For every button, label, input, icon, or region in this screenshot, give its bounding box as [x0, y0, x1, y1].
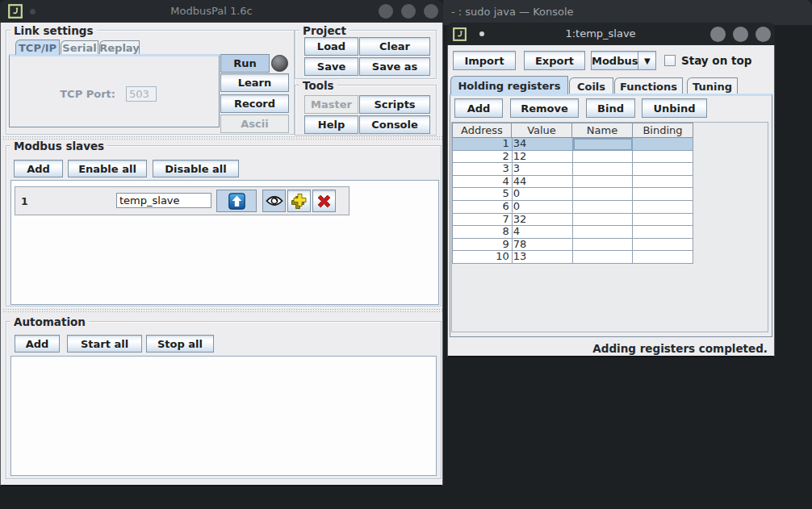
tools-title: Tools	[299, 79, 337, 92]
add-plus-icon	[291, 192, 308, 210]
table-row[interactable]: 1 34	[452, 138, 693, 151]
modbuspal-window: ModbusPal 1.6c Link settings TCP/IP Seri…	[0, 0, 443, 486]
register-bind-button[interactable]: Bind	[586, 98, 635, 118]
split-divider-bottom[interactable]	[2, 308, 442, 314]
temp-slave-window: 1:temp_slave Import Export Modbus ▼ Stay…	[447, 23, 775, 357]
focused-cell[interactable]	[573, 138, 634, 151]
register-remove-button[interactable]: Remove	[510, 98, 579, 118]
table-row[interactable]: 4 44	[452, 176, 693, 189]
tab-tuning[interactable]: Tuning	[687, 77, 738, 94]
tab-tcpip[interactable]: TCP/IP	[15, 40, 60, 55]
tab-coils[interactable]: Coils	[569, 77, 613, 94]
eye-icon	[266, 195, 283, 207]
stay-on-top-label: Stay on top	[681, 54, 751, 67]
stop-all-button[interactable]: Stop all	[146, 335, 214, 353]
table-row[interactable]: 7 32	[452, 214, 693, 227]
maximize-button[interactable]	[401, 4, 416, 19]
tab-replay[interactable]: Replay	[99, 40, 140, 55]
scripts-button[interactable]: Scripts	[359, 95, 430, 114]
maximize-button[interactable]	[733, 27, 748, 42]
temp-slave-window-body: Import Export Modbus ▼ Stay on top Holdi…	[447, 45, 775, 357]
clear-button[interactable]: Clear	[359, 37, 430, 56]
table-row[interactable]: 2 12	[452, 151, 693, 164]
run-button[interactable]: Run	[220, 54, 270, 73]
chevron-down-icon: ▼	[644, 56, 651, 65]
automation-add-button[interactable]: Add	[15, 335, 60, 353]
automation-list-panel	[10, 356, 437, 476]
slave-add-register-button[interactable]	[287, 190, 311, 212]
combo-arrow-button[interactable]: ▼	[638, 52, 655, 69]
minimize-button[interactable]	[710, 27, 726, 42]
enabled-arrow-icon	[228, 193, 245, 210]
modbuspal-titlebar[interactable]: ModbusPal 1.6c	[0, 0, 443, 23]
tab-functions[interactable]: Functions	[614, 77, 683, 94]
console-button[interactable]: Console	[359, 115, 430, 134]
registers-scrollpane: Address Value Name Binding 1 34 2 12	[451, 122, 768, 332]
konsole-titlebar: - : sudo java — Konsole	[443, 0, 812, 25]
master-button[interactable]: Master	[304, 95, 358, 114]
table-row[interactable]: 8 4	[452, 226, 693, 239]
status-message: Adding registers completed.	[448, 342, 768, 355]
save-button[interactable]: Save	[304, 57, 358, 76]
column-header-binding[interactable]: Binding	[633, 123, 693, 138]
register-unbind-button[interactable]: Unbind	[642, 98, 707, 118]
register-add-button[interactable]: Add	[454, 98, 503, 118]
minimize-button[interactable]	[379, 4, 393, 19]
tab-holding-registers[interactable]: Holding registers	[450, 76, 568, 94]
run-led-indicator	[271, 55, 288, 72]
stay-on-top-checkbox[interactable]	[664, 55, 676, 66]
close-button[interactable]	[424, 4, 438, 19]
table-row[interactable]: 10 13	[452, 251, 693, 264]
modbuspal-window-body: Link settings TCP/IP Serial Replay TCP P…	[0, 23, 443, 486]
column-header-address[interactable]: Address	[452, 123, 512, 138]
slaves-list-panel: 1 temp_slave	[10, 180, 439, 305]
registers-table[interactable]: Address Value Name Binding 1 34 2 12	[452, 123, 693, 264]
slaves-add-button[interactable]: Add	[14, 160, 63, 177]
slave-visible-toggle[interactable]	[262, 190, 286, 212]
record-button[interactable]: Record	[220, 94, 289, 113]
slave-name-field[interactable]: temp_slave	[116, 193, 211, 208]
konsole-title: - : sudo java — Konsole	[451, 0, 574, 24]
disable-all-button[interactable]: Disable all	[153, 160, 239, 177]
help-button[interactable]: Help	[304, 115, 358, 134]
export-button[interactable]: Export	[524, 51, 585, 70]
table-row[interactable]: 5 0	[452, 188, 693, 201]
modbus-combo-value: Modbus	[592, 55, 638, 67]
table-row[interactable]: 3 3	[452, 163, 693, 176]
slave-enable-toggle[interactable]	[216, 190, 257, 212]
column-header-value[interactable]: Value	[512, 123, 572, 138]
tcp-port-field[interactable]: 503	[126, 86, 157, 102]
temp-slave-window-title: 1:temp_slave	[447, 23, 754, 45]
modbus-slaves-title: Modbus slaves	[10, 140, 107, 152]
modbus-combo[interactable]: Modbus ▼	[591, 51, 656, 70]
enable-all-button[interactable]: Enable all	[68, 160, 147, 177]
save-as-button[interactable]: Save as	[359, 57, 430, 76]
table-header: Address Value Name Binding	[452, 123, 693, 138]
automation-title: Automation	[10, 315, 89, 328]
start-all-button[interactable]: Start all	[67, 335, 142, 353]
delete-x-icon	[316, 193, 333, 210]
tab-serial[interactable]: Serial	[61, 40, 98, 55]
slave-row[interactable]: 1 temp_slave	[15, 186, 349, 215]
temp-slave-titlebar[interactable]: 1:temp_slave	[447, 23, 775, 45]
slave-delete-button[interactable]	[312, 190, 336, 212]
tcp-port-label: TCP Port:	[25, 88, 115, 100]
learn-button[interactable]: Learn	[220, 73, 289, 92]
load-button[interactable]: Load	[304, 37, 358, 56]
table-row[interactable]: 6 0	[452, 201, 693, 214]
slave-id: 1	[21, 195, 28, 207]
import-button[interactable]: Import	[453, 51, 516, 70]
ascii-button[interactable]: Ascii	[220, 115, 289, 133]
table-row[interactable]: 9 78	[452, 239, 693, 252]
close-button[interactable]	[755, 27, 771, 42]
link-settings-title: Link settings	[10, 24, 97, 37]
modbuspal-window-title: ModbusPal 1.6c	[0, 0, 423, 23]
project-title: Project	[299, 24, 349, 37]
column-header-name[interactable]: Name	[572, 123, 633, 138]
